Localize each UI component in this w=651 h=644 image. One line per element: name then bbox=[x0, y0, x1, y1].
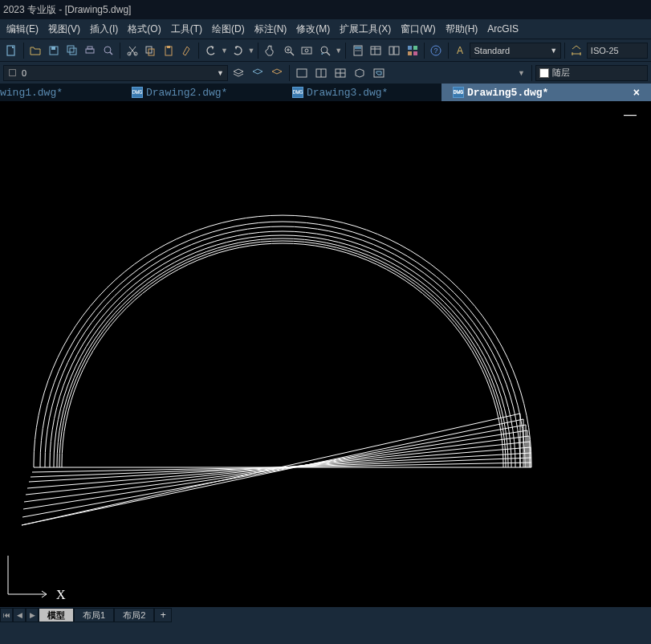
save-all-icon[interactable] bbox=[63, 42, 80, 59]
layer-iso-icon[interactable] bbox=[249, 64, 267, 82]
print-icon[interactable] bbox=[82, 42, 99, 59]
menu-draw[interactable]: 绘图(D) bbox=[207, 22, 250, 36]
viewport-poly-icon[interactable] bbox=[351, 64, 368, 82]
new-file-icon[interactable] bbox=[3, 42, 20, 59]
menu-help[interactable]: 帮助(H) bbox=[441, 22, 483, 36]
doc-tab-label: Drawing2.dwg* bbox=[146, 87, 227, 99]
menu-window[interactable]: 窗口(W) bbox=[396, 22, 440, 36]
svg-line-56 bbox=[24, 436, 529, 502]
svg-point-20 bbox=[305, 49, 308, 52]
ucs-icon bbox=[8, 556, 47, 597]
undo-icon[interactable] bbox=[202, 42, 219, 59]
svg-rect-14 bbox=[167, 46, 170, 48]
zoom-window-icon[interactable] bbox=[280, 42, 297, 59]
app-title: 2023 专业版 - [Drawing5.dwg] bbox=[3, 3, 131, 17]
svg-rect-33 bbox=[408, 46, 412, 50]
cut-icon[interactable] bbox=[124, 42, 140, 59]
svg-rect-2 bbox=[51, 47, 55, 50]
tab-layout1[interactable]: 布局1 bbox=[74, 608, 114, 622]
open-icon[interactable] bbox=[27, 42, 44, 59]
menu-format[interactable]: 格式(O) bbox=[123, 22, 165, 36]
layer-value: 0 bbox=[22, 68, 26, 78]
menu-dimension[interactable]: 标注(N) bbox=[250, 22, 292, 36]
tool-palette-icon[interactable] bbox=[404, 42, 421, 59]
drawing-canvas[interactable]: — bbox=[0, 101, 651, 607]
layer-props-icon[interactable] bbox=[230, 64, 247, 82]
svg-point-25 bbox=[355, 50, 356, 51]
doc-tab-1[interactable]: wing1.dwg* bbox=[0, 84, 120, 101]
doc-tab-2[interactable]: DWG Drawing2.dwg* bbox=[120, 84, 281, 101]
dim-style-icon[interactable] bbox=[568, 42, 585, 59]
design-center-icon[interactable] bbox=[386, 42, 403, 59]
svg-rect-36 bbox=[413, 51, 417, 55]
svg-rect-31 bbox=[389, 47, 393, 55]
menu-edit[interactable]: 编辑(E) bbox=[2, 22, 43, 36]
text-style-value: Standard bbox=[474, 46, 510, 55]
viewport-clip-icon[interactable] bbox=[370, 64, 388, 82]
paste-icon[interactable] bbox=[161, 42, 177, 59]
svg-point-27 bbox=[359, 50, 360, 51]
svg-rect-19 bbox=[302, 47, 311, 54]
dim-style-dropdown[interactable]: ISO-25 bbox=[587, 43, 648, 59]
doc-tab-4-active[interactable]: DWG Drawing5.dwg* × bbox=[441, 84, 651, 101]
svg-line-59 bbox=[22, 419, 523, 525]
zoom-extents-icon[interactable] bbox=[299, 42, 315, 59]
color-swatch bbox=[539, 68, 549, 78]
tab-layout2[interactable]: 布局2 bbox=[114, 608, 154, 622]
color-prev-arrow[interactable]: ▼ bbox=[515, 69, 528, 77]
drawing-content: X bbox=[0, 101, 651, 607]
menu-ext-tools[interactable]: 扩展工具(X) bbox=[335, 22, 396, 36]
svg-rect-6 bbox=[87, 47, 92, 49]
text-style-icon[interactable]: A bbox=[452, 42, 469, 59]
svg-rect-42 bbox=[10, 69, 16, 75]
viewport-4-icon[interactable] bbox=[332, 64, 349, 82]
tab-nav-next-icon[interactable]: ▶ bbox=[26, 608, 39, 622]
color-dropdown[interactable]: 随层 ▼ bbox=[535, 65, 648, 81]
tab-add-layout-icon[interactable]: + bbox=[154, 608, 172, 622]
copy-icon[interactable] bbox=[142, 42, 159, 59]
svg-rect-35 bbox=[408, 51, 412, 55]
text-style-dropdown[interactable]: Standard ▼ bbox=[470, 43, 561, 59]
svg-line-60 bbox=[22, 414, 520, 525]
doc-tab-label: wing1.dwg* bbox=[0, 87, 63, 99]
svg-point-7 bbox=[104, 47, 111, 53]
menu-view[interactable]: 视图(V) bbox=[43, 22, 85, 36]
redo-icon[interactable] bbox=[230, 42, 246, 59]
menu-insert[interactable]: 插入(I) bbox=[85, 22, 123, 36]
document-tabs: wing1.dwg* DWG Drawing2.dwg* DWG Drawing… bbox=[0, 84, 651, 101]
zoom-realtime-icon[interactable] bbox=[317, 42, 334, 59]
dwg-file-icon: DWG bbox=[292, 87, 303, 98]
viewport-single-icon[interactable] bbox=[293, 64, 311, 82]
undo-dropdown-arrow[interactable]: ▼ bbox=[221, 47, 228, 55]
layer-dropdown[interactable]: 0 ▼ bbox=[3, 65, 228, 81]
help-icon[interactable]: ? bbox=[428, 42, 445, 59]
tab-nav-prev-icon[interactable]: ◀ bbox=[13, 608, 26, 622]
toolbar-main: ▼ ▼ ▼ ? A Standard ▼ ISO-25 bbox=[0, 39, 651, 61]
preview-icon[interactable] bbox=[100, 42, 117, 59]
properties-icon[interactable] bbox=[368, 42, 384, 59]
menu-modify[interactable]: 修改(M) bbox=[291, 22, 335, 36]
pan-icon[interactable] bbox=[262, 42, 279, 59]
layer-uniso-icon[interactable] bbox=[268, 64, 286, 82]
calc-icon[interactable] bbox=[349, 42, 366, 59]
doc-tab-label: Drawing5.dwg* bbox=[467, 87, 548, 99]
dim-style-value: ISO-25 bbox=[591, 46, 619, 55]
redo-dropdown-arrow[interactable]: ▼ bbox=[248, 47, 255, 55]
svg-rect-24 bbox=[355, 47, 361, 49]
tab-nav-first-icon[interactable]: ⏮ bbox=[0, 608, 13, 622]
svg-point-21 bbox=[321, 47, 328, 53]
doc-tab-3[interactable]: DWG Drawing3.dwg* bbox=[281, 84, 441, 101]
match-icon[interactable] bbox=[178, 42, 195, 59]
tab-model[interactable]: 模型 bbox=[39, 608, 74, 622]
menu-tools[interactable]: 工具(T) bbox=[166, 22, 207, 36]
svg-text:?: ? bbox=[434, 47, 438, 55]
close-tab-icon[interactable]: × bbox=[617, 86, 640, 99]
save-icon[interactable] bbox=[45, 42, 62, 59]
svg-point-26 bbox=[357, 50, 359, 51]
menu-arcgis[interactable]: ArcGIS bbox=[482, 23, 523, 35]
zoom-dropdown-arrow[interactable]: ▼ bbox=[335, 47, 342, 55]
viewport-split-icon[interactable] bbox=[312, 64, 330, 82]
dwg-file-icon: DWG bbox=[453, 87, 464, 98]
svg-line-22 bbox=[327, 52, 330, 55]
svg-rect-43 bbox=[297, 69, 307, 77]
